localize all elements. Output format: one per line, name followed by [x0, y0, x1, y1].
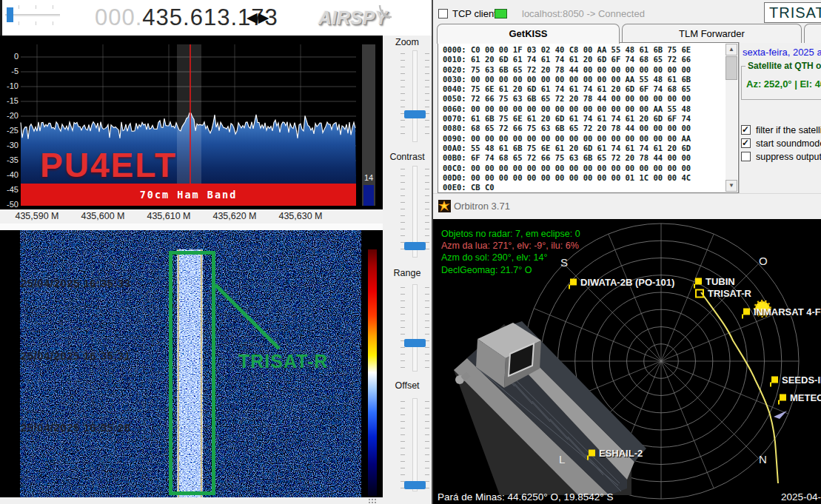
hex-dump-line: 0030: 00 00 00 00 00 00 00 00 00 00 00 A… [443, 75, 718, 84]
slider-track-range[interactable] [412, 284, 418, 372]
slider-handle-range[interactable] [404, 339, 426, 347]
satellite-marker-icon [589, 450, 595, 457]
slider-label-range: Range [383, 268, 432, 278]
satellite-meteor[interactable]: METEOR [780, 392, 821, 403]
orbitron-title: Orbitron 3.71 [454, 201, 510, 212]
slider-handle-offset[interactable] [404, 481, 426, 489]
db-tick-label: -5 [0, 67, 19, 75]
satellite-marker-icon [743, 309, 750, 315]
option-label: filter if the satellite is [756, 125, 821, 135]
satellite-tubin[interactable]: TUBIN [695, 276, 735, 287]
frequency-tick-label: 435,620 M [201, 211, 268, 221]
satellite-inmarsat-4-f3[interactable]: INMARSAT 4-F3 [743, 306, 821, 317]
satellite-3d-image [454, 321, 646, 495]
step-left-icon[interactable]: ◀ [247, 10, 258, 25]
level-meter[interactable]: 14 [362, 44, 375, 206]
scroll-down-button[interactable]: ▼ [726, 180, 737, 192]
panel-gap [0, 224, 383, 230]
satellite-diwata-2b-po-101[interactable]: DIWATA-2B (PO-101) [570, 277, 674, 288]
db-tick-label: -40 [0, 170, 19, 179]
frequency-step-arrows[interactable]: ◀▶ [247, 9, 269, 27]
frequency-axis: 435,590 M435,600 M435,610 M435,620 M435,… [0, 209, 383, 224]
hex-scrollbar[interactable]: ▲ ▼ [726, 44, 737, 192]
resize-grip-icon[interactable] [368, 498, 377, 504]
scrollbar-thumb[interactable] [726, 56, 737, 80]
radar-info-line: Objetos no radar: 7, em eclipse: 0 [441, 229, 580, 239]
hex-dump-line: 00A0: 55 48 61 6B 75 6E 61 20 6D 61 74 6… [443, 144, 718, 153]
connection-status: localhost:8050 -> Connected [522, 8, 645, 19]
scroll-up-button[interactable]: ▲ [726, 44, 737, 56]
radio-waves-icon [375, 1, 400, 24]
level-value: 14 [362, 173, 375, 182]
satellite-side-panel: sexta-feira, 2025 ab Satellite at QTH o … [739, 42, 821, 193]
az-el-value: Az: 252,0° | El: 40, [746, 78, 821, 90]
qth-group-label: Satellite at QTH o [745, 61, 821, 71]
signal-satellite-label: TRISAT-R [238, 351, 328, 372]
option-checkbox-1[interactable] [741, 125, 751, 135]
volume-slider[interactable] [2, 0, 61, 36]
satellite-label: TUBIN [706, 276, 735, 287]
db-tick-label: -30 [0, 141, 19, 149]
hex-dump-line: 0000: C0 00 00 1F 03 02 40 C8 00 AA 55 4… [443, 45, 718, 55]
hex-dump-line: 0060: 00 00 00 00 00 00 00 00 00 00 00 0… [443, 104, 718, 114]
slider-handle-zoom[interactable] [404, 110, 426, 118]
orbitron-app-icon [438, 200, 451, 212]
option-label: start soundmodem a [756, 138, 821, 149]
tuning-band[interactable] [177, 44, 201, 206]
moon-arrow-icon [774, 411, 787, 419]
hex-dump-line: 00C0: 00 00 00 00 00 00 00 00 00 00 00 0… [443, 164, 718, 173]
orbitron-radar-panel[interactable]: SOLN Objetos no radar: 7, em eclipse: 0A… [433, 219, 821, 504]
db-tick-label: -10 [0, 81, 19, 90]
qth-groupbox: Satellite at QTH o Az: 252,0° | El: 40, [741, 66, 821, 100]
hex-dump-line: 0090: 00 00 00 00 00 00 00 00 00 00 00 0… [443, 134, 718, 144]
orbitron-titlebar: Orbitron 3.71 [433, 193, 821, 219]
db-tick-label: -15 [0, 96, 19, 105]
satellite-name: TRISAT-R [769, 4, 821, 21]
satellite-marker-icon [695, 278, 702, 285]
db-tick-label: -20 [0, 111, 19, 120]
option-checkbox-3[interactable] [741, 152, 751, 161]
hex-dump-line: 00D0: 00 00 00 00 00 00 00 00 00 00 00 0… [443, 173, 718, 183]
observer-location: Pará de Minas: 44.6250° O, 19.8542° S [438, 491, 613, 503]
callsign-watermark: PU4ELT [40, 145, 177, 185]
option-checkbox-2[interactable] [741, 138, 751, 148]
tab-getkiss[interactable]: GetKISS [437, 24, 620, 44]
hex-dump-line: 0070: 61 6B 75 6E 61 20 6D 61 74 61 74 6… [443, 114, 718, 124]
kiss-hex-dump[interactable]: 0000: C0 00 00 1F 03 02 40 C8 00 AA 55 4… [438, 42, 739, 193]
satellite-label: SEEDS-II (C [782, 374, 821, 386]
db-tick-label: -45 [0, 185, 19, 194]
waterfall-panel[interactable]: 25/04/2025 16:35:3325/04/2025 16:35:3125… [0, 230, 383, 497]
satellite-label: DIWATA-2B (PO-101) [580, 277, 674, 288]
satellite-trisat-r[interactable]: TRISAT-R [695, 288, 751, 299]
getkiss-window: TCP client localhost:8050 -> Connected T… [433, 0, 821, 219]
sdr-topbar: 000.435.613.173 ◀▶ AIRSPY [0, 0, 432, 36]
waterfall-timestamp: 25/04/2025 16:35:31 [21, 349, 131, 362]
hex-dump-content: 0000: C0 00 00 1F 03 02 40 C8 00 AA 55 4… [443, 45, 718, 192]
hex-dump-line: 0040: 75 6E 61 20 6D 61 74 61 74 61 20 6… [443, 84, 718, 94]
slider-track-zoom[interactable] [412, 50, 418, 142]
step-right-icon[interactable]: ▶ [258, 10, 270, 25]
volume-slider-handle[interactable] [7, 7, 13, 22]
spectrum-panel[interactable]: 0-5-10-15-20-25-30-35-40-45-50 PU4ELT 70… [0, 36, 383, 209]
display-sliders-column: ZoomContrastRangeOffset [383, 36, 432, 504]
radar-info-line: DeclGeomag: 21.7° O [441, 265, 532, 275]
slider-track-offset[interactable] [412, 398, 418, 491]
db-tick-label: 0 [0, 52, 19, 61]
waterfall-color-scale [368, 249, 377, 496]
satellite-marker-icon [570, 279, 577, 286]
satellite-seeds-ii-c[interactable]: SEEDS-II (C [771, 374, 821, 386]
hex-dump-line: 0080: 68 65 72 66 75 63 6B 65 72 20 78 4… [443, 124, 718, 133]
satellite-eshail-2[interactable]: ESHAIL-2 [589, 448, 643, 459]
frequency-prefix: 000. [95, 4, 142, 30]
db-tick-label: -50 [0, 200, 19, 209]
frequency-tick-label: 435,590 M [4, 211, 70, 221]
slider-handle-contrast[interactable] [404, 242, 426, 250]
tab-tlm-forwarder[interactable]: TLM Forwarder [622, 24, 802, 43]
tcp-client-checkbox[interactable] [438, 9, 448, 19]
satellite-name-box: TRISAT-R [764, 2, 821, 23]
tab-stub[interactable] [804, 24, 821, 43]
waterfall-timestamp: 25/04/2025 16:35:33 [21, 277, 131, 289]
svg-text:N: N [759, 453, 767, 466]
waterfall-timestamp: 25/04/2025 16:35:28 [21, 421, 131, 434]
hex-dump-line: 0050: 72 66 75 63 6B 65 72 20 78 44 00 0… [443, 94, 718, 104]
